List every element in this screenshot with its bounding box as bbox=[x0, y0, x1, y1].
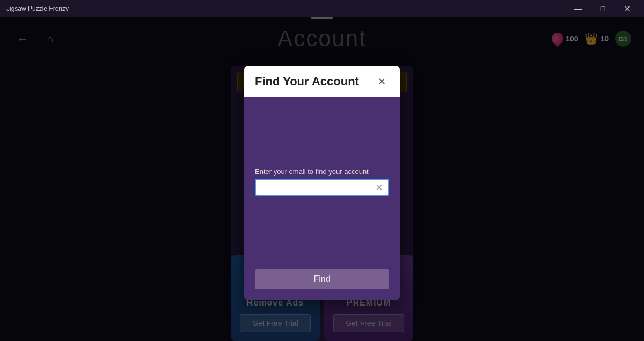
minimize-button[interactable]: — bbox=[566, 0, 590, 17]
app-area: ← ⌂ Account 100 👑 10 G1 ! You are using … bbox=[0, 17, 644, 341]
app-title: Jigsaw Puzzle Frenzy bbox=[6, 5, 69, 12]
modal-spacer bbox=[255, 205, 389, 258]
modal-body: Enter your email to find your account ✕ bbox=[244, 97, 400, 269]
email-label: Enter your email to find your account bbox=[255, 168, 389, 176]
find-account-modal: Find Your Account ✕ Enter your email to … bbox=[244, 66, 400, 300]
close-button[interactable]: ✕ bbox=[615, 0, 640, 17]
modal-footer: Find bbox=[244, 269, 400, 300]
email-input-wrap: ✕ bbox=[255, 179, 389, 196]
find-button[interactable]: Find bbox=[255, 269, 389, 289]
modal-illustration bbox=[255, 107, 389, 161]
title-bar: Jigsaw Puzzle Frenzy — □ ✕ bbox=[0, 0, 644, 17]
window-controls: — □ ✕ bbox=[566, 0, 640, 17]
taskbar-indicator bbox=[311, 17, 333, 19]
modal-close-button[interactable]: ✕ bbox=[374, 74, 389, 89]
modal-title: Find Your Account bbox=[255, 75, 359, 89]
modal-overlay: Find Your Account ✕ Enter your email to … bbox=[0, 17, 644, 341]
clear-email-button[interactable]: ✕ bbox=[374, 182, 385, 194]
maximize-button[interactable]: □ bbox=[590, 0, 615, 17]
email-input[interactable] bbox=[259, 180, 374, 195]
modal-header: Find Your Account ✕ bbox=[244, 66, 400, 97]
